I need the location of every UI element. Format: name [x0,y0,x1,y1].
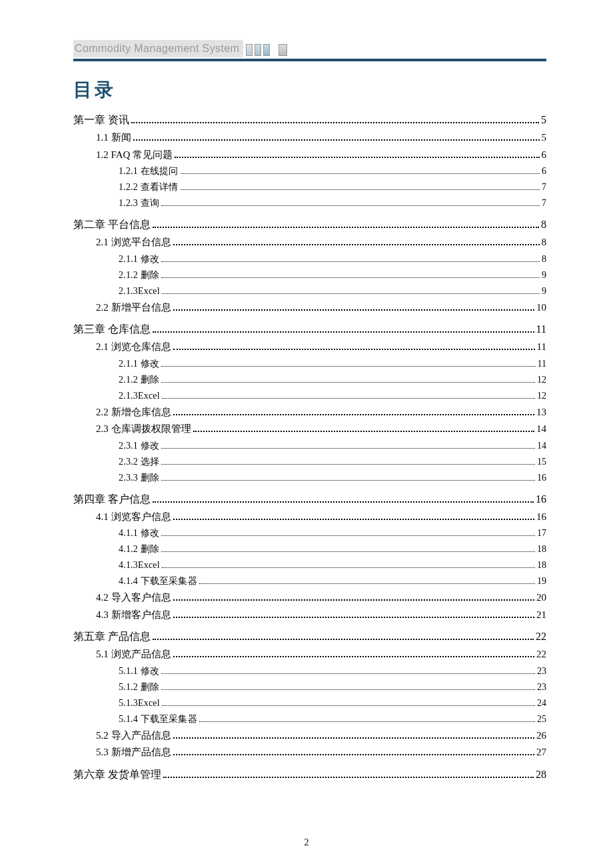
toc-entry[interactable]: 4.1.1 修改17 [73,526,546,540]
toc-entry-label: 2.3.1 修改 [119,439,159,453]
toc-entry[interactable]: 4.1.4 下载至采集器19 [73,574,546,588]
toc-entry-label: 2.3.2 选择 [119,455,159,469]
leader-dots-icon [162,567,535,568]
toc-entry[interactable]: 5.1.3Excel24 [73,696,546,710]
toc-entry-label: 2.1.3Excel [119,389,160,403]
toc-entry-label: 5.3 新增产品信息 [96,745,171,760]
leader-dots-icon [153,501,534,503]
toc-entry-label: 第六章 发货单管理 [73,767,161,783]
toc-entry-label: 2.1 浏览仓库信息 [96,339,171,355]
toc-entry-label: 4.1.3Excel [119,558,160,572]
leader-dots-icon [181,189,540,190]
toc-entry[interactable]: 2.3.1 修改14 [73,439,546,453]
toc-entry-page: 9 [542,268,546,282]
toc-entry-label: 5.1 浏览产品信息 [96,647,171,662]
toc-entry-page: 5 [542,130,547,145]
toc-entry[interactable]: 1.2.1 在线提问6 [73,164,546,178]
toc-entry[interactable]: 4.3 新增客户信息21 [73,607,546,623]
document-page: Commodity Management System 目录 第一章 资讯51.… [0,0,613,868]
toc-entry-label: 第一章 资讯 [73,112,129,128]
toc-entry-label: 1.2.2 查看详情 [119,180,179,194]
toc-entry[interactable]: 第四章 客户信息16 [73,491,546,507]
header-bar: Commodity Management System [73,40,546,61]
toc-entry[interactable]: 第三章 仓库信息11 [73,321,546,337]
leader-dots-icon [161,673,535,674]
toc-entry-label: 4.2 导入客户信息 [96,590,171,605]
leader-dots-icon [181,173,540,174]
toc-entry-page: 8 [541,217,546,233]
toc-entry[interactable]: 2.2 新增仓库信息13 [73,405,546,420]
toc-entry-page: 8 [542,235,547,250]
toc-entry[interactable]: 2.2 新增平台信息10 [73,300,546,315]
leader-dots-icon [162,293,540,294]
toc-entry[interactable]: 4.1.3Excel18 [73,558,546,572]
leader-dots-icon [153,227,539,228]
toc-entry-page: 8 [542,252,546,266]
toc-entry-label: 2.1.3Excel [119,284,160,298]
toc-entry[interactable]: 5.1 浏览产品信息22 [73,647,546,662]
leader-dots-icon [161,277,540,278]
page-number: 2 [0,837,613,848]
toc-entry-page: 6 [542,164,546,178]
leader-dots-icon [173,349,535,350]
toc-entry[interactable]: 1.2.3 查询7 [73,196,546,210]
toc-entry[interactable]: 第五章 产品信息22 [73,629,546,645]
toc-entry-page: 17 [537,526,546,540]
toc-entry[interactable]: 4.1.2 删除18 [73,542,546,556]
header-title: Commodity Management System [73,40,243,57]
toc-entry[interactable]: 2.1.1 修改8 [73,252,546,266]
toc-entry[interactable]: 2.1 浏览仓库信息11 [73,339,546,355]
toc-entry-page: 9 [542,284,546,298]
toc-entry-label: 第二章 平台信息 [73,217,151,233]
leader-dots-icon [173,414,535,415]
table-of-contents: 第一章 资讯51.1 新闻51.2 FAQ 常见问题61.2.1 在线提问61.… [73,112,546,783]
toc-entry[interactable]: 4.2 导入客户信息20 [73,590,546,605]
toc-entry[interactable]: 2.1.2 删除12 [73,373,546,387]
toc-entry-label: 2.1.2 删除 [119,373,159,387]
toc-entry-label: 4.3 新增客户信息 [96,607,171,623]
toc-entry[interactable]: 2.3.2 选择15 [73,455,546,469]
toc-entry-label: 2.3.3 删除 [119,471,159,485]
toc-entry-page: 21 [536,607,546,623]
toc-entry-label: 2.2 新增平台信息 [96,300,171,315]
toc-entry[interactable]: 1.1 新闻5 [73,130,546,145]
toc-entry[interactable]: 5.1.4 下载至采集器25 [73,712,546,726]
toc-entry[interactable]: 4.1 浏览客户信息16 [73,509,546,525]
toc-entry-page: 16 [536,491,546,507]
toc-entry-page: 27 [536,745,546,760]
toc-entry[interactable]: 第二章 平台信息8 [73,217,546,233]
toc-entry-label: 5.1.4 下载至采集器 [119,712,197,726]
toc-entry[interactable]: 1.2.2 查看详情7 [73,180,546,194]
toc-entry[interactable]: 2.1.3Excel12 [73,389,546,403]
toc-entry-label: 4.1.1 修改 [119,526,159,540]
leader-dots-icon [173,656,535,657]
toc-entry[interactable]: 2.1.3Excel9 [73,284,546,298]
toc-entry-page: 22 [536,647,546,662]
toc-entry[interactable]: 2.1 浏览平台信息8 [73,235,546,250]
toc-entry[interactable]: 5.2 导入产品信息26 [73,728,546,743]
leader-dots-icon [161,261,540,262]
toc-entry[interactable]: 2.3 仓库调拨权限管理14 [73,421,546,437]
toc-entry-page: 7 [542,180,546,194]
toc-entry[interactable]: 第一章 资讯5 [73,112,546,128]
toc-entry[interactable]: 2.1.2 删除9 [73,268,546,282]
toc-entry[interactable]: 5.1.2 删除23 [73,680,546,694]
leader-dots-icon [161,535,535,536]
toc-entry-label: 第五章 产品信息 [73,629,151,645]
toc-entry[interactable]: 2.1.1 修改11 [73,357,546,371]
leader-dots-icon [133,139,540,141]
toc-entry-label: 4.1 浏览客户信息 [96,509,171,525]
toc-entry[interactable]: 2.3.3 删除16 [73,471,546,485]
toc-entry-label: 5.1.2 删除 [119,680,159,694]
toc-entry-label: 2.3 仓库调拨权限管理 [96,421,191,437]
toc-entry[interactable]: 第六章 发货单管理28 [73,767,546,783]
toc-entry-label: 2.1 浏览平台信息 [96,235,171,250]
toc-entry-page: 18 [537,558,546,572]
toc-entry[interactable]: 1.2 FAQ 常见问题6 [73,147,546,163]
leader-dots-icon [162,398,535,399]
toc-heading: 目录 [73,77,546,103]
leader-dots-icon [175,157,539,158]
toc-entry[interactable]: 5.1.1 修改23 [73,664,546,678]
toc-entry-page: 14 [536,421,546,437]
toc-entry[interactable]: 5.3 新增产品信息27 [73,745,546,760]
